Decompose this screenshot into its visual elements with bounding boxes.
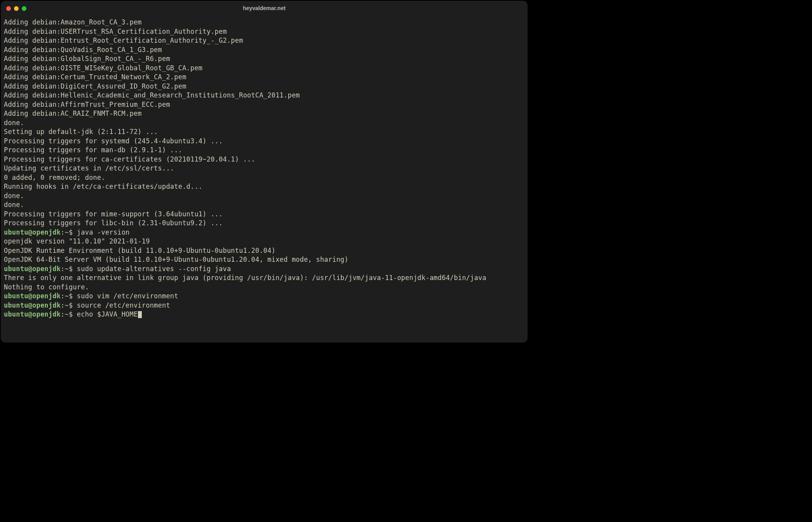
output-line: done. <box>4 200 524 210</box>
prompt-symbol: $ <box>69 292 73 300</box>
prompt-user: ubuntu <box>4 292 28 300</box>
command-text: echo $JAVA_HOME <box>77 310 138 318</box>
zoom-icon[interactable] <box>22 6 26 11</box>
output-line: 0 added, 0 removed; done. <box>4 173 524 183</box>
cursor <box>138 311 142 318</box>
prompt-user: ubuntu <box>4 265 28 273</box>
output-line: Updating certificates in /etc/ssl/certs.… <box>4 164 524 173</box>
prompt-colon: : <box>61 310 64 318</box>
prompt-host: openjdk <box>32 265 61 273</box>
output-line: openjdk version "11.0.10" 2021-01-19 <box>4 237 524 246</box>
output-line: Adding debian:OISTE_WISeKey_Global_Root_… <box>4 64 524 73</box>
prompt-path: ~ <box>65 301 69 309</box>
terminal-body[interactable]: Adding debian:Amazon_Root_CA_3.pemAdding… <box>1 16 528 322</box>
prompt-at: @ <box>28 301 32 309</box>
prompt-symbol: $ <box>69 228 73 236</box>
command-line: ubuntu@openjdk:~$ source /etc/environmen… <box>4 301 524 310</box>
prompt-path: ~ <box>65 292 69 300</box>
output-line: Processing triggers for mime-support (3.… <box>4 210 524 219</box>
output-line: OpenJDK 64-Bit Server VM (build 11.0.10+… <box>4 255 524 264</box>
prompt-user: ubuntu <box>4 228 28 236</box>
output-line: Running hooks in /etc/ca-certificates/up… <box>4 182 524 191</box>
command-line: ubuntu@openjdk:~$ java -version <box>4 228 524 237</box>
output-line: Processing triggers for systemd (245.4-4… <box>4 137 524 146</box>
output-line: Adding debian:DigiCert_Assured_ID_Root_G… <box>4 82 524 91</box>
output-line: Adding debian:Amazon_Root_CA_3.pem <box>4 18 524 27</box>
prompt-at: @ <box>28 310 32 318</box>
window-title: heyvaldemar.net <box>1 4 528 13</box>
titlebar: heyvaldemar.net <box>1 1 528 16</box>
prompt-colon: : <box>61 228 64 236</box>
output-line: Adding debian:AC_RAIZ_FNMT-RCM.pem <box>4 109 524 118</box>
output-line: Adding debian:GlobalSign_Root_CA_-_R6.pe… <box>4 54 524 64</box>
output-line: Adding debian:Certum_Trusted_Network_CA_… <box>4 73 524 82</box>
prompt-at: @ <box>28 265 32 273</box>
output-line: Adding debian:Hellenic_Academic_and_Rese… <box>4 91 524 100</box>
window-controls <box>6 6 26 11</box>
terminal-window: heyvaldemar.net Adding debian:Amazon_Roo… <box>1 1 528 343</box>
command-line: ubuntu@openjdk:~$ sudo update-alternativ… <box>4 264 524 274</box>
close-icon[interactable] <box>6 6 11 11</box>
output-line: Processing triggers for ca-certificates … <box>4 155 524 164</box>
output-line: Adding debian:USERTrust_RSA_Certificatio… <box>4 27 524 37</box>
prompt-colon: : <box>61 265 64 273</box>
prompt-host: openjdk <box>32 228 61 236</box>
output-line: Processing triggers for man-db (2.9.1-1)… <box>4 146 524 155</box>
prompt-host: openjdk <box>32 301 61 309</box>
command-text: sudo vim /etc/environment <box>77 292 178 300</box>
output-line: Processing triggers for libc-bin (2.31-0… <box>4 219 524 228</box>
output-line: Adding debian:AffirmTrust_Premium_ECC.pe… <box>4 100 524 110</box>
command-line: ubuntu@openjdk:~$ sudo vim /etc/environm… <box>4 292 524 301</box>
output-line: Nothing to configure. <box>4 283 524 292</box>
prompt-colon: : <box>61 292 64 300</box>
prompt-path: ~ <box>65 228 69 236</box>
command-line: ubuntu@openjdk:~$ echo $JAVA_HOME <box>4 310 524 319</box>
prompt-symbol: $ <box>69 301 73 309</box>
output-line: There is only one alternative in link gr… <box>4 273 524 283</box>
prompt-host: openjdk <box>32 292 61 300</box>
prompt-path: ~ <box>65 310 69 318</box>
prompt-host: openjdk <box>32 310 61 318</box>
output-line: Setting up default-jdk (2:1.11-72) ... <box>4 127 524 137</box>
output-line: done. <box>4 118 524 128</box>
output-line: OpenJDK Runtime Environment (build 11.0.… <box>4 246 524 256</box>
minimize-icon[interactable] <box>14 6 19 11</box>
prompt-at: @ <box>28 228 32 236</box>
command-text: source /etc/environment <box>77 301 170 309</box>
prompt-user: ubuntu <box>4 301 28 309</box>
command-text: sudo update-alternatives --config java <box>77 265 231 273</box>
prompt-symbol: $ <box>69 310 73 318</box>
prompt-at: @ <box>28 292 32 300</box>
output-line: Adding debian:Entrust_Root_Certification… <box>4 36 524 45</box>
command-text: java -version <box>77 228 130 236</box>
output-line: Adding debian:QuoVadis_Root_CA_1_G3.pem <box>4 45 524 55</box>
output-line: done. <box>4 191 524 201</box>
prompt-colon: : <box>61 301 64 309</box>
prompt-user: ubuntu <box>4 310 28 318</box>
prompt-symbol: $ <box>69 265 73 273</box>
prompt-path: ~ <box>65 265 69 273</box>
